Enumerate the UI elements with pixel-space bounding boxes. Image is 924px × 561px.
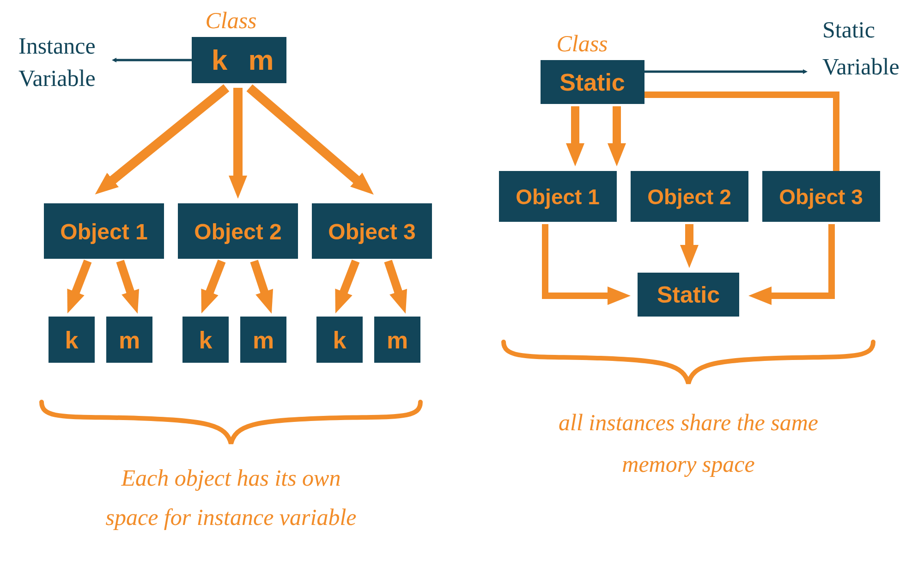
left-class-var1: k xyxy=(212,44,228,76)
left-heading: Class xyxy=(205,7,256,33)
right-top-label-line1: Static xyxy=(822,17,875,43)
svg-line-0 xyxy=(72,261,88,303)
right-object2-label: Object 2 xyxy=(647,185,731,209)
right-class-label: Static xyxy=(559,69,625,96)
left-top-label-line2: Variable xyxy=(18,65,96,91)
arrow-class-to-obj3 xyxy=(249,88,365,187)
svg-line-3 xyxy=(254,261,268,303)
right-object3-label: Object 3 xyxy=(779,185,863,209)
right-caption-line2: memory space xyxy=(622,451,754,477)
right-top-label-line2: Variable xyxy=(822,54,900,79)
left-caption-line1: Each object has its own xyxy=(121,465,341,491)
arrow-r-obj1-shared xyxy=(545,224,619,296)
right-brace xyxy=(504,342,873,384)
left-obj-var-arrows xyxy=(72,261,402,303)
left-brace xyxy=(42,402,420,444)
left-object3-label: Object 3 xyxy=(328,220,415,244)
svg-line-1 xyxy=(120,261,134,303)
left-var-m-1: m xyxy=(119,327,140,354)
left-var-boxes xyxy=(49,317,420,363)
left-class-var2: m xyxy=(248,44,274,76)
right-shared-label: Static xyxy=(657,282,720,308)
left-object2-label: Object 2 xyxy=(194,220,281,244)
svg-line-2 xyxy=(206,261,222,303)
svg-line-4 xyxy=(340,261,356,303)
left-var-m-3: m xyxy=(387,327,408,354)
left-caption-line2: space for instance variable xyxy=(106,504,357,530)
arrow-r-class-obj3 xyxy=(644,95,836,171)
left-diagram: Class Instance Variable k m Object 1 Obj… xyxy=(18,7,432,530)
right-object1-label: Object 1 xyxy=(516,185,600,209)
right-diagram: Class Static Variable Static Object 1 Ob… xyxy=(499,17,900,477)
arrow-r-obj3-shared xyxy=(760,224,832,296)
left-var-k-2: k xyxy=(199,327,213,354)
left-var-k-3: k xyxy=(333,327,346,354)
right-heading: Class xyxy=(556,30,608,56)
left-var-m-2: m xyxy=(253,327,274,354)
right-caption-line1: all instances share the same xyxy=(559,409,818,435)
left-object1-label: Object 1 xyxy=(60,220,147,244)
arrow-class-to-obj1 xyxy=(104,88,226,187)
left-top-label-line1: Instance xyxy=(18,33,96,59)
svg-line-5 xyxy=(388,261,402,303)
left-var-k-1: k xyxy=(65,327,79,354)
